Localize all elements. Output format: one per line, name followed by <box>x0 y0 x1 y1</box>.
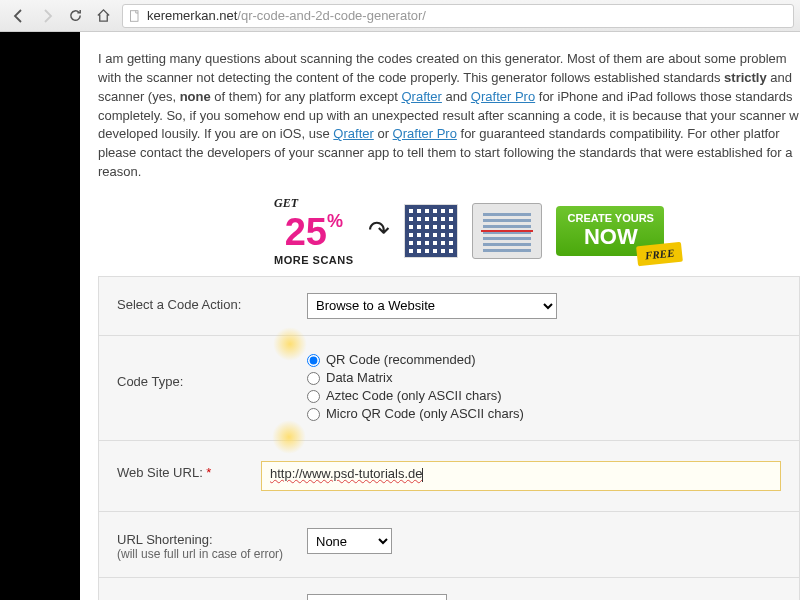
text-cursor <box>422 468 423 482</box>
banner-pct: % <box>327 211 343 231</box>
select-code-action[interactable]: Browse to a Website <box>307 293 557 319</box>
radio-micro-qr[interactable]: Micro QR Code (only ASCII chars) <box>307 406 781 421</box>
sidebar-spacer <box>0 32 80 600</box>
banner-get-text: GET <box>274 196 354 211</box>
cta-top: CREATE YOURS <box>568 212 654 224</box>
radio-micro-input[interactable] <box>307 408 320 421</box>
reload-button[interactable] <box>62 4 88 28</box>
phone-scan-icon <box>472 203 542 259</box>
radio-label: Data Matrix <box>326 370 392 385</box>
label-text: Web Site URL: <box>117 465 206 480</box>
generator-form: Select a Code Action: Browse to a Websit… <box>98 276 800 600</box>
qr-graphic-icon <box>404 204 458 258</box>
arrow-right-icon <box>39 8 55 24</box>
label-code-action: Select a Code Action: <box>117 293 307 312</box>
page-icon <box>129 10 141 22</box>
radio-dm-input[interactable] <box>307 372 320 385</box>
radio-label: Micro QR Code (only ASCII chars) <box>326 406 524 421</box>
browser-toolbar: keremerkan.net/qr-code-and-2d-code-gener… <box>0 0 800 32</box>
intro-none: none <box>180 89 211 104</box>
svg-rect-0 <box>131 10 139 21</box>
url-bar[interactable]: keremerkan.net/qr-code-and-2d-code-gener… <box>122 4 794 28</box>
banner-25: 25 <box>285 211 327 254</box>
radio-aztec-input[interactable] <box>307 390 320 403</box>
banner-more-scans: MORE SCANS <box>274 254 354 266</box>
forward-button[interactable] <box>34 4 60 28</box>
radio-label: QR Code (recommended) <box>326 352 476 367</box>
intro-strictly: strictly <box>724 70 767 85</box>
link-qrafter-pro[interactable]: Qrafter Pro <box>471 89 535 104</box>
promo-banner[interactable]: GET 25% MORE SCANS ↷ CREATE YOURS NOW FR… <box>138 196 800 266</box>
radio-data-matrix[interactable]: Data Matrix <box>307 370 781 385</box>
home-icon <box>96 8 111 23</box>
row-code-action: Select a Code Action: Browse to a Websit… <box>99 277 799 336</box>
reload-icon <box>68 8 83 23</box>
row-url-shortening: URL Shortening: (will use full url in ca… <box>99 512 799 578</box>
label-website-url: Web Site URL: * <box>117 461 261 480</box>
banner-cta-button[interactable]: CREATE YOURS NOW FREE <box>556 206 664 256</box>
arrow-left-icon <box>11 8 27 24</box>
row-error-correction: Error Correction Level: (only for regula… <box>99 578 799 600</box>
home-button[interactable] <box>90 4 116 28</box>
select-error-correction[interactable]: Low <box>307 594 447 600</box>
back-button[interactable] <box>6 4 32 28</box>
url-input-value: http://www.psd-tutorials.de <box>270 466 422 481</box>
link-qrafter[interactable]: Qrafter <box>401 89 441 104</box>
link-qrafter[interactable]: Qrafter <box>333 126 373 141</box>
cta-free-badge: FREE <box>636 242 683 267</box>
radio-group-code-type: QR Code (recommended) Data Matrix Aztec … <box>307 352 781 424</box>
label-text: URL Shortening: <box>117 532 213 547</box>
row-code-type: Code Type: QR Code (recommended) Data Ma… <box>99 336 799 441</box>
intro-paragraph: I am getting many questions about scanni… <box>98 50 800 182</box>
url-path: /qr-code-and-2d-code-generator/ <box>237 8 426 23</box>
label-url-shortening: URL Shortening: (will use full url in ca… <box>117 528 307 561</box>
select-url-shortening[interactable]: None <box>307 528 392 554</box>
radio-label: Aztec Code (only ASCII chars) <box>326 388 502 403</box>
url-host: keremerkan.net <box>147 8 237 23</box>
intro-text: or <box>374 126 393 141</box>
radio-aztec[interactable]: Aztec Code (only ASCII chars) <box>307 388 781 403</box>
main-content: I am getting many questions about scanni… <box>80 32 800 600</box>
intro-text: I am getting many questions about scanni… <box>98 51 787 85</box>
label-error-correction: Error Correction Level: (only for regula… <box>117 594 307 600</box>
radio-qr-input[interactable] <box>307 354 320 367</box>
row-website-url: Web Site URL: * http://www.psd-tutorials… <box>99 441 799 512</box>
label-code-type: Code Type: <box>117 352 307 389</box>
intro-text: of them) for any platform except <box>211 89 402 104</box>
intro-text: and <box>442 89 471 104</box>
website-url-input[interactable]: http://www.psd-tutorials.de <box>261 461 781 491</box>
banner-get-block: GET 25% MORE SCANS <box>274 196 354 266</box>
required-asterisk: * <box>206 465 211 480</box>
radio-qr-code[interactable]: QR Code (recommended) <box>307 352 781 367</box>
label-sub: (will use full url in case of error) <box>117 547 307 561</box>
arrow-icon: ↷ <box>368 215 390 246</box>
link-qrafter-pro[interactable]: Qrafter Pro <box>393 126 457 141</box>
